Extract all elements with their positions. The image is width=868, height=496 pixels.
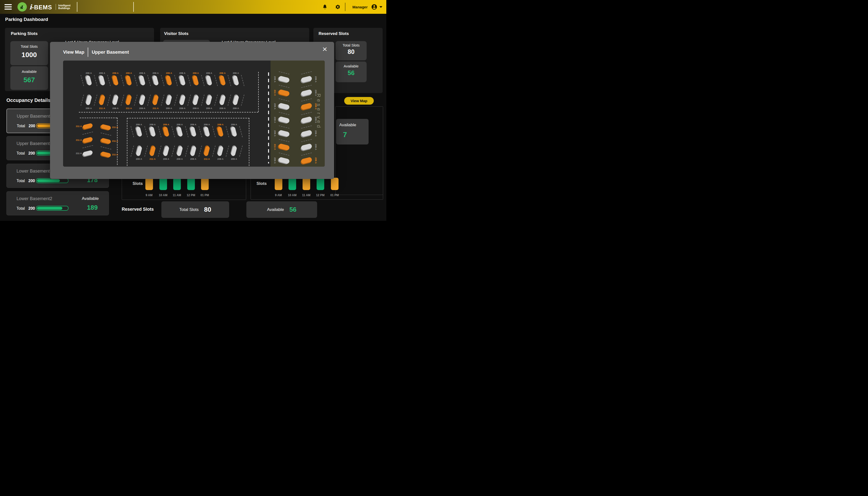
header-divider (56, 4, 56, 10)
slot-label: 209 A (217, 123, 223, 126)
slot-label: 211 A (150, 157, 155, 160)
user-role-label[interactable]: Manager (352, 5, 368, 9)
parking-slot-available (112, 95, 119, 105)
parking-map: Reserved 209 A209 A209 A209 A209 A209 A2… (63, 61, 325, 167)
parking-dashboard: i -BEMS Intelligent Buildings Manager Pa… (0, 0, 386, 221)
avatar-icon[interactable] (371, 4, 377, 10)
slot-separator (214, 75, 218, 86)
parking-slot-occupied (166, 75, 172, 86)
parking-slot-occupied (126, 75, 132, 86)
slot-label: 209 A (113, 107, 119, 110)
hour-label: 9 AM (146, 193, 152, 197)
slot-label: 209 A (220, 72, 226, 74)
slot-label: 209 A (206, 72, 212, 74)
total-value: 200 (29, 124, 35, 128)
hour-occupancy-square (288, 178, 296, 190)
total-slots-label: Total Slots (335, 43, 366, 47)
slot-label: 209 A (274, 157, 276, 164)
slot-separator (147, 95, 151, 106)
header-divider (77, 2, 77, 12)
parking-slot-available (99, 75, 105, 86)
slot-label: 211 A (274, 90, 276, 96)
parking-slot-available (139, 95, 146, 105)
slot-separator (214, 95, 218, 106)
slot-label: 209 A (315, 130, 317, 137)
slot-label: 209 A (113, 72, 119, 74)
available-label: Available (335, 64, 366, 68)
slot-separator (188, 75, 191, 86)
slot-separator (101, 133, 111, 136)
slot-separator (121, 95, 124, 106)
slot-label: 209 A (315, 144, 317, 150)
parking-slot-occupied (192, 75, 199, 86)
slot-separator (241, 95, 245, 106)
occupancy-level-card[interactable]: Lower Basement2AvailableTotal200189 (6, 191, 109, 215)
slot-separator (107, 75, 111, 86)
slot-label: 209 A (190, 123, 196, 126)
total-label: Total (17, 124, 25, 128)
slot-separator (134, 95, 137, 106)
slot-separator (94, 95, 97, 106)
parking-slot-occupied (99, 95, 105, 105)
hour-label: 01 PM (200, 193, 209, 197)
slot-label: 209 A (193, 107, 199, 110)
reserved-total-summary-tile: Total Slots 80 (161, 201, 229, 218)
slot-separator (161, 75, 164, 86)
parking-slot-occupied (101, 124, 111, 130)
bell-icon[interactable] (322, 4, 328, 10)
brand-rest: -BEMS (32, 4, 52, 11)
slot-label: 209 A (139, 107, 145, 110)
slot-label: 209 A (217, 157, 223, 160)
total-slots-value: 1000 (10, 51, 48, 59)
total-value: 200 (28, 179, 35, 183)
slot-label: 209 A (139, 72, 145, 74)
caret-down-icon[interactable] (379, 6, 383, 8)
menu-icon[interactable] (4, 4, 12, 10)
header-actions: Manager (322, 3, 383, 11)
view-map-button[interactable]: View Map (344, 97, 374, 105)
slot-label: 209 A (177, 157, 183, 160)
tagline-line2: Buildings (58, 7, 71, 10)
parking-slot-available (206, 75, 212, 86)
slot-separator (161, 95, 164, 106)
hour-label: 11 AM (173, 193, 181, 197)
slot-label: 209 A (315, 157, 317, 164)
zone-divider-dashed (79, 112, 258, 112)
slot-label: 209 A (274, 117, 276, 123)
available-value: 567 (10, 76, 48, 84)
hour-label: 12 PM (187, 193, 195, 197)
slot-label: 209 A (274, 103, 276, 110)
slot-label: 209 A (179, 107, 185, 110)
available-value: 56 (289, 206, 296, 213)
hour-occupancy-square (275, 178, 282, 190)
hour-occupancy-square (201, 178, 209, 190)
slot-label: 211 A (112, 140, 118, 142)
slot-label: 209 A (179, 72, 185, 74)
slot-label: 211 A (126, 107, 132, 110)
parking-slot-available (152, 75, 159, 86)
slot-label: 209 A (163, 123, 169, 126)
reserved-available-tile: Available 56 (335, 62, 366, 82)
occupancy-progress-bar (36, 178, 69, 183)
slot-label: 209 A (231, 157, 237, 160)
ibems-logo-icon (17, 2, 27, 12)
slot-label: 209 A (99, 72, 105, 74)
slot-label: 211 A (152, 107, 159, 110)
parking-slot-occupied (112, 75, 119, 86)
hour-occupancy-square (302, 178, 310, 190)
reserved-zone-label: Reserved (316, 94, 322, 129)
gear-icon[interactable] (335, 4, 341, 10)
slot-separator (82, 132, 93, 135)
hour-label: 10 AM (288, 193, 297, 197)
slot-label: 209 A (136, 157, 142, 160)
slot-label: 209 A (150, 123, 156, 126)
parking-slot-available (139, 75, 146, 86)
hour-label: 01 PM (330, 193, 339, 197)
slot-label: 211 A (204, 157, 210, 160)
slot-label: 209 A (274, 130, 276, 137)
close-icon[interactable]: × (322, 44, 327, 54)
parking-slots-title: Parking Slots (11, 31, 38, 36)
parking-slot-available (166, 95, 172, 105)
hour-occupancy-square (187, 178, 195, 190)
occupancy-level-name: Upper Basement1 (17, 114, 53, 119)
